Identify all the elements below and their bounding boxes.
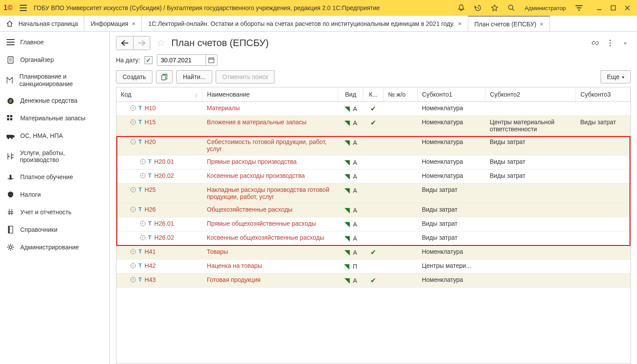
- subkonto3-cell: [576, 203, 630, 217]
- sort-down-icon: ↓: [195, 91, 198, 98]
- col-header-code[interactable]: Код↓: [116, 87, 203, 102]
- sidebar-item[interactable]: Справочники: [0, 221, 109, 238]
- col-header-vid[interactable]: Вид: [338, 87, 363, 102]
- sidebar-item[interactable]: Материальные запасы: [0, 110, 109, 127]
- table-row[interactable]: +ТН26.02Косвенные общехозяйственные расх…: [116, 231, 630, 245]
- account-name: Косвенные общехозяйственные расходы: [203, 231, 338, 245]
- col-header-s2[interactable]: Субконто2: [485, 87, 576, 102]
- sidebar-item[interactable]: Услуги, работы, производство: [0, 145, 109, 169]
- link-icon[interactable]: [590, 37, 601, 49]
- minimize-icon[interactable]: [593, 2, 605, 14]
- vid-cell: ◥ А: [338, 102, 363, 116]
- col-header-zo[interactable]: № ж/о: [384, 87, 417, 102]
- table-row[interactable]: +ТН42Наценка на товары◥ ПЦентры матери..…: [116, 259, 630, 274]
- sidebar-item[interactable]: Планирование и санкционирование: [0, 68, 109, 92]
- settings-filter-icon[interactable]: [573, 2, 585, 14]
- copy-button[interactable]: [156, 70, 173, 83]
- table-row[interactable]: +ТН20.02Косвенные расходы производства◥ …: [116, 169, 630, 184]
- find-button[interactable]: Найти...: [176, 70, 212, 83]
- table-row[interactable]: +ТН41Товары◥ А✔Номенклатура: [116, 245, 630, 259]
- table-row[interactable]: +ТН20.01Прямые расходы производства◥ АНо…: [116, 155, 630, 169]
- subkonto2-cell: [485, 102, 576, 116]
- account-type-icon: Т: [138, 119, 142, 125]
- table-row[interactable]: −ТН26Общехозяйственные расходы◥ АВиды за…: [116, 203, 630, 217]
- sidebar-icon: [6, 132, 15, 141]
- hamburger-icon[interactable]: [17, 2, 29, 14]
- sidebar-item[interactable]: ОС, НМА, НПА: [0, 127, 109, 145]
- k-cell: [363, 136, 384, 155]
- more-button[interactable]: Еще ▾: [601, 70, 631, 83]
- subkonto2-cell: [485, 203, 576, 217]
- col-header-k[interactable]: К...: [363, 87, 384, 102]
- bell-icon[interactable]: [455, 2, 467, 14]
- sidebar-item[interactable]: Налоги: [0, 186, 109, 203]
- collapse-icon[interactable]: −: [130, 139, 136, 144]
- close-window-icon[interactable]: [621, 2, 633, 14]
- sidebar-icon: [6, 243, 15, 252]
- table-row[interactable]: +ТН10Материалы◥ А✔Номенклатура: [116, 102, 630, 116]
- nav-back-button[interactable]: [116, 36, 133, 50]
- sidebar-item[interactable]: Главное: [0, 33, 109, 51]
- expand-icon[interactable]: +: [130, 105, 136, 111]
- expand-icon[interactable]: +: [140, 173, 145, 178]
- table-row[interactable]: +ТН43Готовая продукция◥ А✔Номенклатура: [116, 274, 630, 288]
- table-row[interactable]: −ТН20Себестоимость готовой продукции, ра…: [116, 136, 630, 155]
- table-row[interactable]: +ТН15Вложения в материальные запасы◥ А✔Н…: [116, 116, 630, 136]
- nav-forward-button[interactable]: [133, 36, 150, 50]
- k-cell: [363, 259, 384, 274]
- expand-icon[interactable]: +: [130, 263, 136, 268]
- close-form-icon[interactable]: ×: [619, 37, 631, 49]
- history-icon[interactable]: [472, 2, 484, 14]
- subkonto3-cell: Виды затрат: [576, 116, 630, 136]
- sidebar-icon: [6, 76, 14, 85]
- sidebar-item[interactable]: Органайзер: [0, 51, 109, 68]
- create-button[interactable]: Создать: [116, 70, 152, 83]
- date-input[interactable]: [157, 55, 206, 65]
- search-icon[interactable]: [505, 2, 518, 14]
- account-type-icon: Т: [138, 248, 142, 255]
- sidebar-item[interactable]: Платное обучение: [0, 168, 109, 186]
- sidebar-item[interactable]: Администрирование: [0, 238, 109, 256]
- expand-icon[interactable]: +: [140, 159, 145, 164]
- vid-cell: ◥ П: [338, 259, 363, 274]
- tab-info[interactable]: Информация ×: [84, 16, 142, 31]
- tab-chart-of-accounts[interactable]: План счетов (ЕПСБУ) ×: [468, 16, 550, 31]
- star-icon[interactable]: [489, 2, 501, 14]
- account-name: Косвенные расходы производства: [203, 169, 338, 184]
- k-cell: [363, 169, 384, 184]
- vid-cell: ◥ А: [338, 136, 363, 155]
- expand-icon[interactable]: +: [140, 235, 145, 240]
- close-icon[interactable]: ×: [132, 20, 135, 27]
- subkonto2-cell: [485, 274, 576, 288]
- account-code: Н43: [145, 276, 156, 283]
- tab-home[interactable]: Начальная страница: [0, 16, 84, 31]
- expand-icon[interactable]: +: [130, 277, 136, 282]
- expand-icon[interactable]: +: [130, 187, 136, 192]
- favorite-star-icon[interactable]: ☆: [156, 37, 165, 49]
- collapse-icon[interactable]: −: [130, 207, 136, 212]
- col-header-name[interactable]: Наименование: [203, 87, 338, 102]
- sidebar-item[interactable]: Учет и отчетность: [0, 203, 109, 221]
- vid-mark-icon: ◥: [344, 277, 350, 284]
- subkonto2-cell: [485, 184, 576, 203]
- col-header-s3[interactable]: Субконто3: [576, 87, 630, 102]
- expand-icon[interactable]: +: [130, 249, 136, 254]
- sidebar-item[interactable]: ₽Денежные средства: [0, 92, 109, 110]
- calendar-icon[interactable]: [206, 55, 217, 65]
- col-header-s1[interactable]: Субконто1: [417, 87, 485, 102]
- tab-lecture[interactable]: 1С:Лекторий-онлайн. Остатки и обороты на…: [142, 16, 468, 31]
- account-type-icon: Т: [138, 138, 142, 145]
- account-type-icon: Т: [138, 276, 142, 283]
- expand-icon[interactable]: +: [140, 221, 145, 226]
- expand-icon[interactable]: +: [130, 119, 136, 125]
- table-row[interactable]: +ТН25Накладные расходы производства гото…: [116, 184, 630, 203]
- date-filter-checkbox[interactable]: ✓: [145, 56, 152, 64]
- username-label[interactable]: Администратор: [522, 5, 568, 11]
- close-icon[interactable]: ×: [458, 20, 462, 27]
- maximize-icon[interactable]: [607, 2, 619, 14]
- main-content: ☆ План счетов (ЕПСБУ) × На дату: ✓ Созда…: [110, 32, 637, 364]
- subkonto1-cell: Центры матери...: [417, 259, 485, 274]
- table-row[interactable]: +ТН26.01Прямые общехозяйственные расходы…: [116, 217, 630, 231]
- close-icon[interactable]: ×: [540, 21, 543, 28]
- kebab-menu-icon[interactable]: [604, 37, 616, 49]
